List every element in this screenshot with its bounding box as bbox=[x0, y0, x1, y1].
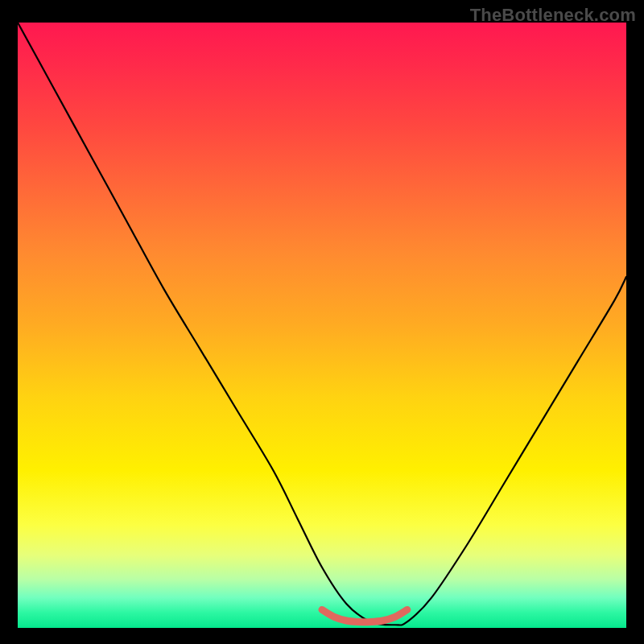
watermark-text: TheBottleneck.com bbox=[470, 5, 636, 26]
curve-layer bbox=[18, 23, 626, 628]
chart-container: TheBottleneck.com bbox=[0, 0, 644, 644]
black-curve bbox=[18, 23, 626, 625]
red-flat-segment bbox=[322, 609, 407, 621]
plot-area bbox=[18, 23, 626, 628]
